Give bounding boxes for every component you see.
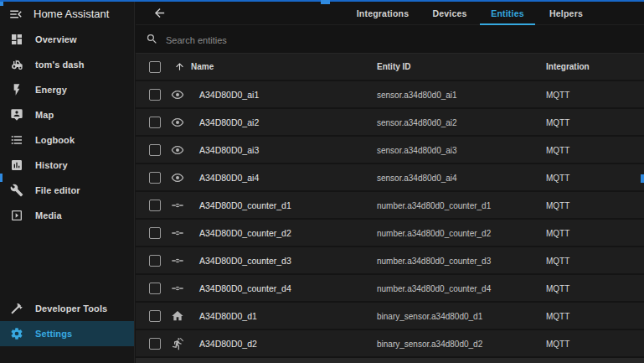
entity-integration: MQTT — [546, 146, 569, 155]
table-row[interactable]: A34D80D0_d1binary_sensor.a34d80d0_d1MQTT — [136, 303, 644, 330]
row-checkbox[interactable] — [149, 89, 161, 101]
row-checkbox[interactable] — [149, 310, 161, 322]
search-bar — [136, 25, 644, 54]
entity-integration: MQTT — [546, 257, 569, 266]
sidebar-item-energy[interactable]: Energy — [0, 77, 134, 102]
sidebar-item-label: History — [35, 160, 68, 170]
table-row[interactable]: A34D80D0_ai4sensor.a34d80d0_ai4MQTT — [136, 164, 644, 192]
app-title: Home Assistant — [33, 8, 109, 20]
sidebar-item-label: Settings — [35, 329, 72, 339]
entity-name: A34D80D0_ai4 — [199, 173, 259, 183]
sidebar-header: Home Assistant — [0, 2, 134, 27]
sidebar-item-label: Map — [35, 110, 54, 120]
table-row[interactable]: A34D80D0_d2binary_sensor.a34d80d0_d2MQTT — [136, 330, 644, 358]
tab-integrations[interactable]: Integrations — [357, 2, 410, 25]
view-dashboard-icon — [10, 33, 23, 46]
entity-id: number.a34d80d0_counter_d2 — [377, 229, 491, 238]
ray-vertex-icon — [171, 282, 184, 295]
entity-integration: MQTT — [546, 229, 569, 238]
sidebar-item-file-editor[interactable]: File editor — [0, 178, 134, 203]
eye-icon — [171, 143, 184, 157]
sidebar-item-logbook[interactable]: Logbook — [0, 127, 134, 153]
select-all-checkbox[interactable] — [149, 61, 161, 73]
table-header: Name Entity ID Integration — [136, 54, 644, 81]
row-checkbox[interactable] — [149, 255, 161, 267]
column-header-name[interactable]: Name — [191, 62, 214, 71]
tab-devices[interactable]: Devices — [432, 2, 466, 25]
table-row[interactable]: A34D80D0_counter_d3number.a34d80d0_count… — [136, 247, 644, 275]
chart-box-icon — [10, 158, 23, 172]
sidebar-item-developer-tools[interactable]: Developer Tools — [0, 296, 134, 321]
sidebar-item-label: Developer Tools — [35, 303, 107, 314]
play-box-icon — [10, 209, 23, 222]
ray-vertex-icon — [171, 199, 184, 212]
entity-integration: MQTT — [546, 201, 569, 210]
entity-name: A34D80D0_counter_d2 — [199, 228, 291, 238]
row-checkbox[interactable] — [149, 117, 161, 128]
menu-toggle-icon[interactable] — [8, 7, 23, 22]
entity-id: sensor.a34d80d0_ai2 — [377, 118, 457, 127]
sidebar-item-label: Overview — [35, 34, 77, 44]
table-row[interactable]: A34D80D0_counter_d2number.a34d80d0_count… — [136, 220, 644, 247]
sidebar-item-label: Logbook — [35, 135, 75, 145]
eye-icon — [171, 171, 184, 184]
list-bulleted-icon — [10, 133, 23, 147]
row-checkbox[interactable] — [149, 144, 161, 156]
entity-id: number.a34d80d0_counter_d4 — [377, 284, 491, 293]
column-header-integration[interactable]: Integration — [546, 62, 590, 71]
back-button[interactable] — [152, 6, 167, 20]
progress-marker — [321, 0, 330, 4]
table-row[interactable]: A34D80D0_ai2sensor.a34d80d0_ai2MQTT — [136, 109, 644, 137]
entity-id: number.a34d80d0_counter_d1 — [377, 201, 491, 210]
entity-name: A34D80D0_ai3 — [199, 145, 259, 155]
sidebar-item-tom-s-dash[interactable]: tom's dash — [0, 52, 134, 77]
tab-helpers[interactable]: Helpers — [549, 2, 583, 25]
edge-marker-left-mid — [0, 174, 3, 182]
ray-vertex-icon — [171, 226, 184, 240]
entity-integration: MQTT — [546, 91, 569, 100]
table-row[interactable]: A34D80D0_counter_d4number.a34d80d0_count… — [136, 275, 644, 303]
row-checkbox[interactable] — [149, 172, 161, 184]
search-input[interactable] — [164, 25, 519, 54]
cog-icon — [10, 327, 23, 340]
table-row[interactable]: A34D80D0_counter_d1number.a34d80d0_count… — [136, 192, 644, 220]
sort-arrow-icon — [174, 61, 185, 72]
sidebar-item-map[interactable]: Map — [0, 102, 134, 127]
sidebar-item-history[interactable]: History — [0, 153, 134, 178]
motion-sensor-off-icon — [171, 337, 184, 350]
search-icon — [146, 33, 158, 45]
ray-vertex-icon — [171, 254, 184, 267]
table-row[interactable] — [136, 358, 644, 363]
entity-name: A34D80D0_d1 — [199, 311, 257, 321]
tractor-icon — [10, 58, 23, 71]
entity-id: sensor.a34d80d0_ai3 — [377, 146, 457, 155]
sidebar-item-label: Media — [35, 210, 62, 220]
eye-icon — [171, 116, 184, 129]
tooltip-account-icon — [10, 108, 23, 122]
row-checkbox[interactable] — [149, 227, 161, 239]
tab-entities[interactable]: Entities — [491, 2, 524, 25]
lightning-bolt-icon — [10, 83, 23, 96]
entity-integration: MQTT — [546, 284, 569, 293]
sidebar-item-media[interactable]: Media — [0, 203, 134, 228]
entity-id: sensor.a34d80d0_ai4 — [377, 174, 457, 183]
row-checkbox[interactable] — [149, 338, 161, 350]
sidebar-item-label: File editor — [35, 185, 80, 195]
row-checkbox[interactable] — [149, 283, 161, 294]
entity-name: A34D80D0_counter_d1 — [199, 200, 291, 210]
eye-icon — [171, 88, 184, 101]
entity-integration: MQTT — [546, 312, 569, 321]
home-icon — [171, 309, 184, 323]
sidebar-item-overview[interactable]: Overview — [0, 27, 134, 52]
column-header-entity-id[interactable]: Entity ID — [377, 62, 411, 71]
entity-name: A34D80D0_ai1 — [199, 90, 259, 100]
entity-integration: MQTT — [546, 118, 569, 127]
sidebar-bottom: Developer ToolsSettings — [0, 296, 134, 346]
entity-id: number.a34d80d0_counter_d3 — [377, 257, 491, 266]
sidebar-item-settings[interactable]: Settings — [0, 321, 134, 346]
table-row[interactable]: A34D80D0_ai1sensor.a34d80d0_ai1MQTT — [136, 81, 644, 109]
scrollbar-thumb[interactable] — [641, 174, 644, 183]
table-row[interactable]: A34D80D0_ai3sensor.a34d80d0_ai3MQTT — [136, 137, 644, 164]
entity-name: A34D80D0_counter_d3 — [199, 256, 291, 266]
row-checkbox[interactable] — [149, 200, 161, 211]
